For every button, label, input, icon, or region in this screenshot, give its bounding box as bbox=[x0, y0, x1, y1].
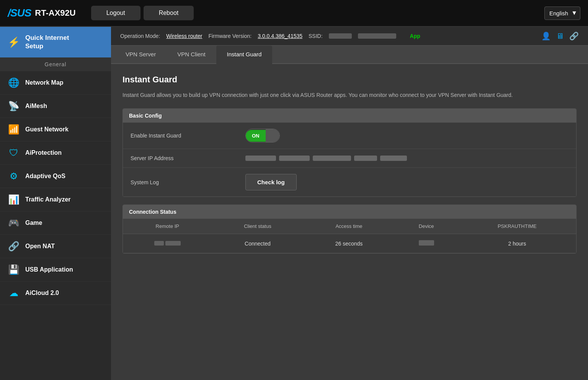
sidebar-item-label: Network Map bbox=[25, 79, 64, 86]
ip-block-4 bbox=[354, 156, 377, 161]
info-bar: Operation Mode: Wireless router Firmware… bbox=[111, 27, 588, 46]
game-icon: 🎮 bbox=[8, 218, 20, 228]
col-remote-ip: Remote IP bbox=[123, 219, 212, 234]
sidebar-item-label: Adaptive QoS bbox=[25, 173, 65, 180]
reboot-button[interactable]: Reboot bbox=[144, 6, 194, 20]
col-pskrauthtime: PSKRAUTHTIME bbox=[458, 219, 576, 234]
basic-config-header: Basic Config bbox=[123, 109, 576, 123]
toggle-on-label: ON bbox=[246, 130, 266, 142]
ip-placeholder bbox=[245, 156, 407, 161]
firmware-label: Firmware Version: bbox=[208, 33, 252, 39]
sidebar-item-traffic-analyzer[interactable]: 📊 Traffic Analyzer bbox=[0, 188, 111, 211]
server-ip-value bbox=[245, 156, 568, 161]
sidebar-item-guest-network[interactable]: 📶 Guest Network bbox=[0, 118, 111, 141]
enable-instant-guard-row: Enable Instant Guard ON bbox=[123, 123, 576, 149]
ip-block-3 bbox=[313, 156, 351, 161]
system-log-label: System Log bbox=[131, 179, 245, 185]
page-description: Instant Guard allows you to build up VPN… bbox=[122, 91, 577, 99]
ip-block-1 bbox=[245, 156, 276, 161]
sidebar-item-label: AiCloud 2.0 bbox=[25, 290, 59, 296]
quick-setup-label: Quick InternetSetup bbox=[25, 34, 69, 51]
sidebar-item-game[interactable]: 🎮 Game bbox=[0, 211, 111, 235]
server-ip-row: Server IP Address bbox=[123, 149, 576, 168]
quick-setup-icon: ⚡ bbox=[8, 36, 20, 48]
sidebar-item-open-nat[interactable]: 🔗 Open NAT bbox=[0, 235, 111, 258]
toggle-off-area bbox=[266, 129, 279, 142]
firmware-value[interactable]: 3.0.0.4.386_41535 bbox=[258, 33, 302, 39]
remote-ip-masked bbox=[154, 241, 181, 246]
network-map-icon: 🌐 bbox=[8, 77, 20, 88]
user-icon[interactable]: 👤 bbox=[541, 31, 551, 41]
operation-mode-value[interactable]: Wireless router bbox=[166, 33, 202, 39]
table-row: Connected 26 seconds 2 hours bbox=[123, 234, 576, 253]
server-ip-label: Server IP Address bbox=[131, 155, 245, 161]
page-title: Instant Guard bbox=[122, 75, 577, 85]
cell-remote-ip bbox=[123, 234, 212, 253]
traffic-analyzer-icon: 📊 bbox=[8, 194, 20, 205]
sidebar-item-label: Guest Network bbox=[25, 126, 69, 133]
system-log-value: Check log bbox=[245, 174, 568, 190]
ssid-value-masked bbox=[329, 33, 352, 39]
tab-vpn-client[interactable]: VPN Client bbox=[167, 46, 216, 64]
instant-guard-toggle[interactable]: ON bbox=[245, 129, 280, 142]
sidebar: ⚡ Quick InternetSetup General 🌐 Network … bbox=[0, 27, 111, 380]
logout-button[interactable]: Logout bbox=[91, 6, 140, 20]
col-device: Device bbox=[395, 219, 458, 234]
check-log-button[interactable]: Check log bbox=[245, 174, 297, 190]
sidebar-item-label: AiMesh bbox=[25, 103, 47, 110]
language-selector-wrapper[interactable]: English ▼ bbox=[544, 7, 580, 20]
main-layout: ⚡ Quick InternetSetup General 🌐 Network … bbox=[0, 27, 588, 380]
connection-status-header: Connection Status bbox=[123, 205, 576, 219]
sidebar-item-label: Traffic Analyzer bbox=[25, 196, 71, 203]
ssid-label: SSID: bbox=[309, 33, 323, 39]
sidebar-item-adaptive-qos[interactable]: ⚙ Adaptive QoS bbox=[0, 165, 111, 188]
adaptive-qos-icon: ⚙ bbox=[8, 171, 20, 182]
open-nat-icon: 🔗 bbox=[8, 241, 20, 252]
col-access-time: Access time bbox=[303, 219, 395, 234]
operation-mode-label: Operation Mode: bbox=[120, 33, 160, 39]
tab-instant-guard[interactable]: Instant Guard bbox=[216, 46, 273, 64]
connection-status-section: Connection Status Remote IP Client statu… bbox=[122, 205, 577, 254]
sidebar-item-network-map[interactable]: 🌐 Network Map bbox=[0, 71, 111, 95]
ip-block-5 bbox=[380, 156, 407, 161]
sidebar-item-label: AiProtection bbox=[25, 149, 62, 156]
top-bar: /SUS RT-AX92U Logout Reboot English ▼ bbox=[0, 0, 588, 27]
sidebar-item-usb-application[interactable]: 💾 USB Application bbox=[0, 258, 111, 282]
tabs-bar: VPN Server VPN Client Instant Guard bbox=[111, 46, 588, 64]
guest-network-icon: 📶 bbox=[8, 124, 20, 135]
asus-logo: /SUS bbox=[8, 7, 31, 19]
cell-pskrauthtime: 2 hours bbox=[458, 234, 576, 253]
language-select[interactable]: English bbox=[544, 7, 580, 20]
logo-area: /SUS RT-AX92U bbox=[8, 7, 76, 19]
model-name: RT-AX92U bbox=[35, 8, 75, 18]
app-link[interactable]: App bbox=[410, 33, 420, 39]
content-area: Operation Mode: Wireless router Firmware… bbox=[111, 27, 588, 380]
aimesh-icon: 📡 bbox=[8, 101, 20, 111]
ip-mini-2 bbox=[165, 241, 181, 246]
sidebar-item-aiprotection[interactable]: 🛡 AiProtection bbox=[0, 141, 111, 165]
monitor-icon[interactable]: 🖥 bbox=[556, 32, 564, 41]
sidebar-item-aicloud[interactable]: ☁ AiCloud 2.0 bbox=[0, 282, 111, 305]
enable-instant-guard-label: Enable Instant Guard bbox=[131, 133, 245, 139]
usb-application-icon: 💾 bbox=[8, 264, 20, 275]
sidebar-item-label: Game bbox=[25, 219, 42, 226]
device-masked bbox=[419, 240, 434, 246]
system-log-row: System Log Check log bbox=[123, 168, 576, 197]
sidebar-item-label: USB Application bbox=[25, 266, 73, 273]
cell-access-time: 26 seconds bbox=[303, 234, 395, 253]
ip-block-2 bbox=[279, 156, 310, 161]
sidebar-item-label: Open NAT bbox=[25, 243, 55, 250]
top-nav: Logout Reboot bbox=[91, 6, 544, 20]
info-bar-icons: 👤 🖥 🔗 bbox=[541, 31, 579, 41]
ssid-extra-masked bbox=[358, 33, 396, 39]
connection-status-table: Remote IP Client status Access time Devi… bbox=[123, 219, 576, 253]
cell-device bbox=[395, 234, 458, 253]
share-icon[interactable]: 🔗 bbox=[569, 31, 579, 41]
quick-internet-setup[interactable]: ⚡ Quick InternetSetup bbox=[0, 27, 111, 57]
aiprotection-icon: 🛡 bbox=[8, 147, 20, 158]
sidebar-item-aimesh[interactable]: 📡 AiMesh bbox=[0, 95, 111, 118]
cell-client-status: Connected bbox=[212, 234, 304, 253]
tab-vpn-server[interactable]: VPN Server bbox=[115, 46, 167, 64]
enable-instant-guard-value: ON bbox=[245, 129, 568, 142]
col-client-status: Client status bbox=[212, 219, 304, 234]
